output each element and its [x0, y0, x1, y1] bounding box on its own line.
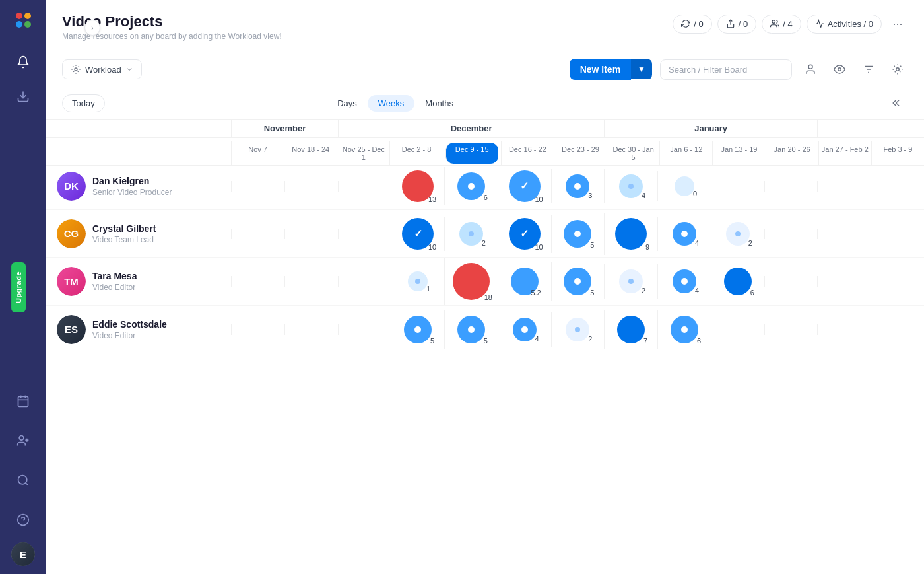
- week-cell-2-0[interactable]: [231, 276, 284, 287]
- sync-button[interactable]: / 0: [673, 15, 711, 34]
- people-button[interactable]: / 4: [762, 15, 801, 34]
- person-avatar-2[interactable]: TM: [57, 267, 86, 296]
- week-cell-1-2[interactable]: [338, 229, 391, 239]
- week-cell-3-2[interactable]: [338, 324, 391, 335]
- week-cell-2-3[interactable]: 1: [391, 266, 444, 297]
- person-avatar-1[interactable]: CG: [57, 219, 86, 248]
- week-cell-3-6[interactable]: 2: [551, 312, 605, 347]
- new-item-dropdown-arrow[interactable]: ▼: [631, 59, 652, 79]
- week-cell-2-1[interactable]: [284, 276, 338, 287]
- sidebar-collapse-button[interactable]: ›: [84, 20, 100, 36]
- filter-button[interactable]: [858, 59, 879, 80]
- tab-days[interactable]: Days: [327, 95, 368, 112]
- week-cell-3-12[interactable]: [871, 324, 924, 335]
- bubble-2-4[interactable]: 18: [453, 263, 490, 300]
- week-cell-3-4[interactable]: 5: [444, 310, 498, 349]
- bubble-1-4[interactable]: 2: [459, 222, 483, 246]
- person-avatar-3[interactable]: ES: [57, 315, 86, 344]
- week-cell-2-6[interactable]: 5: [551, 262, 605, 301]
- week-cell-0-5[interactable]: ✓10: [498, 165, 551, 207]
- sidebar-item-help[interactable]: [9, 505, 38, 534]
- week-cell-0-1[interactable]: [284, 181, 338, 192]
- app-logo[interactable]: [11, 8, 35, 32]
- more-options-button[interactable]: ···: [887, 13, 908, 34]
- collapse-rows-button[interactable]: [887, 92, 908, 114]
- sidebar-item-download[interactable]: [9, 82, 38, 111]
- bubble-3-5[interactable]: 4: [513, 318, 537, 341]
- week-cell-1-6[interactable]: 5: [551, 215, 605, 253]
- bubble-0-4[interactable]: 6: [457, 172, 485, 200]
- week-cell-1-10[interactable]: [764, 229, 818, 239]
- week-cell-2-8[interactable]: 4: [657, 264, 711, 299]
- week-cell-0-3[interactable]: 13: [391, 165, 444, 207]
- bubble-3-7[interactable]: 7: [617, 316, 645, 343]
- week-cell-1-5[interactable]: ✓10: [498, 213, 551, 255]
- sidebar-item-search[interactable]: [9, 466, 38, 495]
- person-avatar-0[interactable]: DK: [57, 172, 86, 201]
- bubble-0-3[interactable]: 13: [402, 170, 434, 202]
- bubble-2-9[interactable]: 6: [724, 268, 752, 295]
- bubble-2-3[interactable]: 1: [408, 271, 428, 291]
- bubble-2-5[interactable]: 5.2: [511, 268, 539, 295]
- week-cell-2-2[interactable]: [338, 276, 391, 287]
- week-cell-1-11[interactable]: [817, 229, 871, 239]
- bubble-0-6[interactable]: 3: [566, 174, 589, 198]
- share-button[interactable]: / 0: [717, 15, 756, 34]
- bubble-0-7[interactable]: 4: [619, 174, 643, 198]
- week-cell-1-3[interactable]: ✓10: [391, 213, 444, 255]
- week-cell-0-7[interactable]: 4: [604, 169, 657, 203]
- bubble-1-5[interactable]: ✓10: [509, 218, 541, 250]
- week-cell-1-12[interactable]: [871, 229, 924, 239]
- week-cell-2-9[interactable]: 6: [711, 262, 764, 301]
- week-cell-0-6[interactable]: 3: [551, 169, 605, 203]
- sidebar-item-calendar[interactable]: [9, 386, 38, 415]
- week-cell-3-5[interactable]: 4: [498, 312, 551, 347]
- week-cell-2-5[interactable]: 5.2: [498, 262, 551, 301]
- week-cell-3-10[interactable]: [764, 324, 818, 335]
- eye-button[interactable]: [829, 59, 850, 80]
- bubble-1-8[interactable]: 4: [673, 222, 696, 246]
- sidebar-item-user-add[interactable]: [9, 426, 38, 455]
- week-cell-0-12[interactable]: [871, 181, 924, 192]
- bubble-2-6[interactable]: 5: [564, 268, 591, 295]
- bubble-3-3[interactable]: 5: [404, 316, 432, 343]
- bubble-3-8[interactable]: 6: [671, 316, 698, 343]
- week-cell-3-1[interactable]: [284, 324, 338, 335]
- week-cell-1-1[interactable]: [284, 229, 338, 239]
- today-button[interactable]: Today: [62, 94, 105, 112]
- week-cell-0-0[interactable]: [231, 181, 284, 192]
- user-avatar[interactable]: E: [11, 542, 35, 566]
- week-cell-0-9[interactable]: [711, 181, 764, 192]
- bubble-1-9[interactable]: 2: [726, 222, 750, 246]
- week-cell-3-11[interactable]: [817, 324, 871, 335]
- tab-weeks[interactable]: Weeks: [368, 95, 415, 112]
- week-cell-0-2[interactable]: [338, 181, 391, 192]
- week-cell-3-3[interactable]: 5: [391, 310, 444, 349]
- sidebar-item-bell[interactable]: [9, 48, 38, 77]
- bubble-0-8[interactable]: 0: [675, 176, 694, 196]
- week-cell-1-4[interactable]: 2: [444, 217, 498, 251]
- week-cell-2-11[interactable]: [817, 276, 871, 287]
- week-cell-3-8[interactable]: 6: [657, 310, 711, 349]
- week-cell-2-7[interactable]: 2: [604, 264, 657, 299]
- week-cell-0-10[interactable]: [764, 181, 818, 192]
- person-filter-button[interactable]: [800, 59, 821, 80]
- settings-button[interactable]: [887, 59, 908, 80]
- week-cell-0-8[interactable]: 0: [657, 171, 711, 201]
- week-cell-1-8[interactable]: 4: [657, 217, 711, 251]
- week-cell-1-7[interactable]: 9: [604, 213, 657, 255]
- bubble-3-4[interactable]: 5: [457, 316, 485, 343]
- activities-button[interactable]: Activities / 0: [807, 15, 882, 34]
- bubble-3-6[interactable]: 2: [566, 318, 589, 341]
- bubble-1-6[interactable]: 5: [564, 220, 591, 248]
- tab-months[interactable]: Months: [414, 95, 464, 112]
- bubble-0-5[interactable]: ✓10: [509, 170, 541, 202]
- bubble-2-8[interactable]: 4: [673, 269, 696, 293]
- upgrade-banner[interactable]: Upgrade: [11, 262, 26, 312]
- bubble-1-7[interactable]: 9: [615, 218, 647, 250]
- week-cell-3-9[interactable]: [711, 324, 764, 335]
- new-item-button[interactable]: New Item: [570, 59, 631, 80]
- week-cell-2-10[interactable]: [764, 276, 818, 287]
- week-cell-1-0[interactable]: [231, 229, 284, 239]
- week-cell-3-7[interactable]: 7: [604, 310, 657, 349]
